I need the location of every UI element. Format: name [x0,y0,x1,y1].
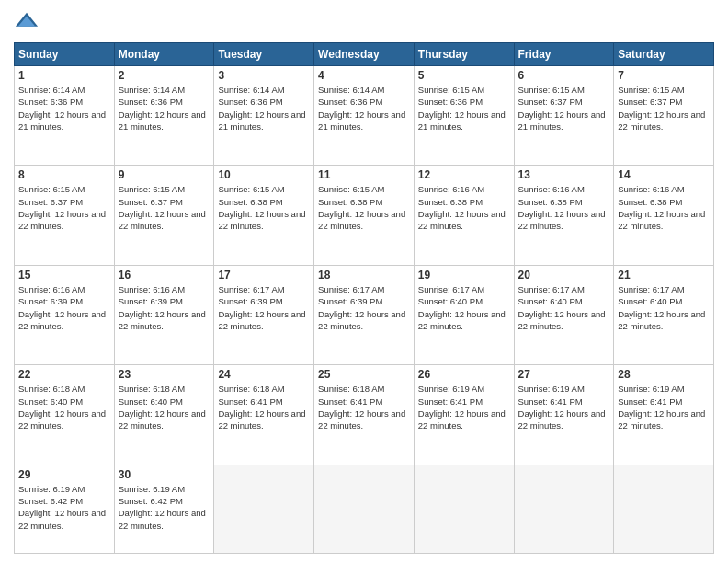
sunrise-label: Sunrise: 6:15 AM [18,184,85,194]
daylight-label: Daylight: 12 hours and 22 minutes. [18,209,106,231]
sunrise-label: Sunrise: 6:15 AM [618,85,684,95]
sunrise-label: Sunrise: 6:19 AM [119,484,185,494]
daylight-label: Daylight: 12 hours and 22 minutes. [618,109,705,132]
day-info: Sunrise: 6:16 AM Sunset: 6:38 PM Dayligh… [418,183,510,232]
daylight-label: Daylight: 12 hours and 22 minutes. [218,408,305,431]
calendar-table: SundayMondayTuesdayWednesdayThursdayFrid… [14,42,714,554]
calendar-cell: 16 Sunrise: 6:16 AM Sunset: 6:39 PM Dayl… [114,265,214,364]
day-number: 16 [119,269,210,282]
sunset-label: Sunset: 6:40 PM [18,396,83,407]
daylight-label: Daylight: 12 hours and 22 minutes. [18,408,106,431]
day-info: Sunrise: 6:17 AM Sunset: 6:39 PM Dayligh… [318,283,410,332]
calendar-cell [514,465,614,553]
sunrise-label: Sunrise: 6:18 AM [218,384,284,394]
day-number: 13 [518,168,610,181]
day-info: Sunrise: 6:19 AM Sunset: 6:41 PM Dayligh… [418,383,510,431]
calendar-cell: 4 Sunrise: 6:14 AM Sunset: 6:36 PM Dayli… [314,66,415,166]
daylight-label: Daylight: 12 hours and 22 minutes. [618,209,705,231]
daylight-label: Daylight: 12 hours and 22 minutes. [119,408,206,431]
sunrise-label: Sunrise: 6:14 AM [218,85,284,95]
calendar-cell [414,465,514,553]
day-info: Sunrise: 6:19 AM Sunset: 6:41 PM Dayligh… [618,383,710,431]
sunset-label: Sunset: 6:38 PM [518,197,583,207]
sunrise-label: Sunrise: 6:14 AM [119,85,185,95]
weekday-header-tuesday: Tuesday [214,43,314,66]
sunrise-label: Sunrise: 6:16 AM [18,284,85,294]
day-number: 14 [618,168,710,181]
day-number: 21 [618,269,710,282]
sunset-label: Sunset: 6:42 PM [119,496,183,506]
sunrise-label: Sunrise: 6:17 AM [518,284,585,294]
sunrise-label: Sunrise: 6:16 AM [518,184,585,194]
sunrise-label: Sunrise: 6:17 AM [418,284,484,294]
day-number: 17 [218,269,310,282]
daylight-label: Daylight: 12 hours and 22 minutes. [518,408,606,431]
calendar-cell: 9 Sunrise: 6:15 AM Sunset: 6:37 PM Dayli… [114,166,214,265]
calendar-cell: 28 Sunrise: 6:19 AM Sunset: 6:41 PM Dayl… [614,365,714,465]
calendar-cell: 19 Sunrise: 6:17 AM Sunset: 6:40 PM Dayl… [414,265,514,364]
sunrise-label: Sunrise: 6:18 AM [119,384,185,394]
calendar-cell: 25 Sunrise: 6:18 AM Sunset: 6:41 PM Dayl… [314,365,415,465]
calendar-cell: 6 Sunrise: 6:15 AM Sunset: 6:37 PM Dayli… [514,66,614,166]
calendar-cell: 20 Sunrise: 6:17 AM Sunset: 6:40 PM Dayl… [514,265,614,364]
calendar-cell: 1 Sunrise: 6:14 AM Sunset: 6:36 PM Dayli… [15,66,115,166]
day-number: 24 [218,368,310,381]
daylight-label: Daylight: 12 hours and 22 minutes. [218,309,305,331]
calendar-cell: 22 Sunrise: 6:18 AM Sunset: 6:40 PM Dayl… [15,365,115,465]
day-info: Sunrise: 6:16 AM Sunset: 6:39 PM Dayligh… [119,283,210,332]
daylight-label: Daylight: 12 hours and 22 minutes. [518,309,606,331]
day-info: Sunrise: 6:17 AM Sunset: 6:40 PM Dayligh… [518,283,610,332]
sunset-label: Sunset: 6:36 PM [218,97,282,107]
calendar-cell: 15 Sunrise: 6:16 AM Sunset: 6:39 PM Dayl… [15,265,115,364]
calendar-week-1: 1 Sunrise: 6:14 AM Sunset: 6:36 PM Dayli… [15,66,714,166]
sunset-label: Sunset: 6:38 PM [318,197,382,207]
sunset-label: Sunset: 6:38 PM [418,197,483,207]
day-number: 23 [119,368,210,381]
weekday-header-thursday: Thursday [414,43,514,66]
sunrise-label: Sunrise: 6:14 AM [318,85,384,95]
sunrise-label: Sunrise: 6:17 AM [618,284,684,294]
sunrise-label: Sunrise: 6:17 AM [218,284,284,294]
day-number: 3 [218,69,310,82]
day-number: 25 [318,368,410,381]
day-info: Sunrise: 6:14 AM Sunset: 6:36 PM Dayligh… [119,84,210,132]
day-info: Sunrise: 6:16 AM Sunset: 6:38 PM Dayligh… [518,183,610,232]
weekday-header-wednesday: Wednesday [314,43,415,66]
day-number: 4 [318,69,410,82]
calendar-cell [214,465,314,553]
calendar-cell: 13 Sunrise: 6:16 AM Sunset: 6:38 PM Dayl… [514,166,614,265]
logo-icon [14,9,40,35]
sunset-label: Sunset: 6:37 PM [518,97,583,107]
day-info: Sunrise: 6:15 AM Sunset: 6:37 PM Dayligh… [119,183,210,232]
calendar-cell: 18 Sunrise: 6:17 AM Sunset: 6:39 PM Dayl… [314,265,415,364]
day-number: 18 [318,269,410,282]
day-info: Sunrise: 6:15 AM Sunset: 6:37 PM Dayligh… [618,84,710,132]
day-number: 12 [418,168,510,181]
sunrise-label: Sunrise: 6:19 AM [518,384,585,394]
day-number: 26 [418,368,510,381]
calendar-cell: 11 Sunrise: 6:15 AM Sunset: 6:38 PM Dayl… [314,166,415,265]
day-info: Sunrise: 6:19 AM Sunset: 6:42 PM Dayligh… [18,483,110,532]
calendar-cell: 14 Sunrise: 6:16 AM Sunset: 6:38 PM Dayl… [614,166,714,265]
sunset-label: Sunset: 6:37 PM [119,197,183,207]
calendar-week-5: 29 Sunrise: 6:19 AM Sunset: 6:42 PM Dayl… [15,465,714,553]
sunset-label: Sunset: 6:39 PM [218,296,282,306]
calendar-cell: 10 Sunrise: 6:15 AM Sunset: 6:38 PM Dayl… [214,166,314,265]
weekday-header-saturday: Saturday [614,43,714,66]
calendar-cell: 21 Sunrise: 6:17 AM Sunset: 6:40 PM Dayl… [614,265,714,364]
sunrise-label: Sunrise: 6:19 AM [618,384,684,394]
day-info: Sunrise: 6:17 AM Sunset: 6:40 PM Dayligh… [418,283,510,332]
sunset-label: Sunset: 6:42 PM [18,496,83,506]
sunset-label: Sunset: 6:36 PM [318,97,382,107]
day-info: Sunrise: 6:15 AM Sunset: 6:37 PM Dayligh… [18,183,110,232]
daylight-label: Daylight: 12 hours and 22 minutes. [119,309,206,331]
sunset-label: Sunset: 6:41 PM [318,396,382,407]
sunset-label: Sunset: 6:37 PM [618,97,682,107]
daylight-label: Daylight: 12 hours and 22 minutes. [518,209,606,231]
sunset-label: Sunset: 6:41 PM [518,396,583,407]
sunset-label: Sunset: 6:39 PM [18,296,83,306]
calendar-header-row: SundayMondayTuesdayWednesdayThursdayFrid… [15,43,714,66]
sunset-label: Sunset: 6:36 PM [119,97,183,107]
day-number: 22 [18,368,110,381]
sunrise-label: Sunrise: 6:18 AM [18,384,85,394]
